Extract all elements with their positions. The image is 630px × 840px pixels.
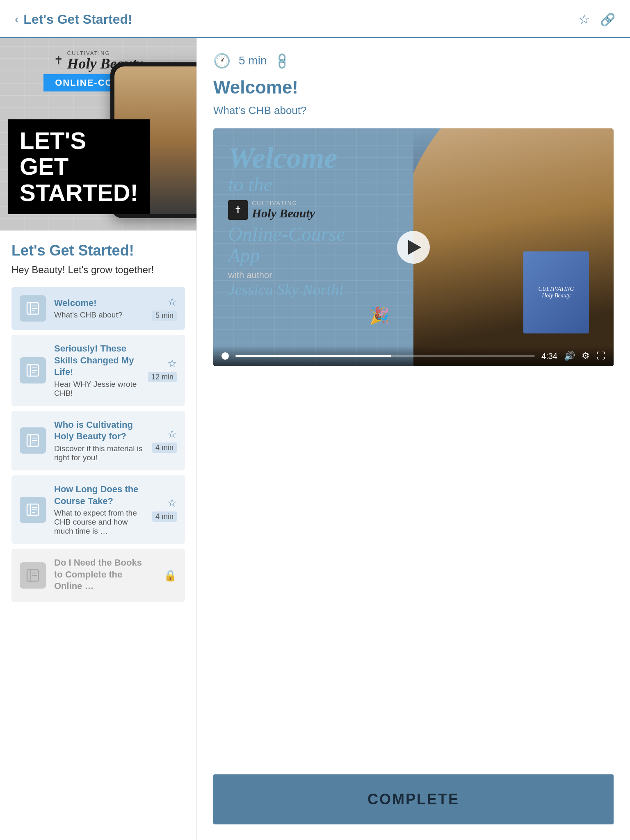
settings-icon[interactable]: ⚙ [582, 351, 590, 361]
list-item[interactable]: Who is Cultivating Holy Beauty for? Disc… [11, 411, 185, 470]
course-banner: ✝ CULTIVATING Holy Beauty ONLINE-COURSE … [0, 38, 196, 231]
lesson-list: Welcome! What's CHB about? ☆ 5 min [11, 287, 185, 607]
header-icons: ☆ 🔗 [578, 11, 615, 27]
video-cultivating-label: CULTIVATING [252, 200, 315, 206]
lesson-meta: ☆ 5 min [152, 297, 177, 321]
lesson-duration: 4 min [152, 443, 177, 453]
speech-line-2: GET [20, 153, 138, 180]
list-item[interactable]: How Long Does the Course Take? What to e… [11, 475, 185, 544]
speech-line-3: STARTED! [20, 180, 138, 206]
book-icon [25, 363, 40, 378]
video-welcome-text: Welcome [228, 143, 345, 173]
left-content: Let's Get Started! Hey Beauty! Let's gro… [0, 231, 196, 607]
video-controls: 4:34 🔊 ⚙ ⛶ [213, 346, 614, 366]
clock-icon: 🕐 [213, 52, 231, 69]
bookmark-star-icon[interactable]: ☆ [167, 429, 177, 439]
video-author-name: Jessica Sky North! [228, 281, 345, 299]
lesson-desc: What to expect from the CHB course and h… [54, 509, 144, 536]
book-icon [25, 433, 40, 448]
header: ‹ Let's Get Started! ☆ 🔗 [0, 0, 630, 38]
book-icon [25, 301, 40, 316]
complete-button[interactable]: COMPLETE [213, 774, 614, 824]
video-book-text: CULTIVATINGHoly Beauty [539, 286, 574, 299]
book-icon [25, 568, 40, 583]
left-column: ✝ CULTIVATING Holy Beauty ONLINE-COURSE … [0, 38, 197, 840]
lesson-duration: 12 min [148, 372, 177, 382]
lesson-icon-box [20, 497, 46, 523]
lesson-info: Who is Cultivating Holy Beauty for? Disc… [54, 419, 144, 462]
lesson-meta: ☆ 4 min [152, 498, 177, 522]
lesson-name: Seriously! These Skills Changed My Life! [54, 343, 140, 378]
lesson-info: How Long Does the Course Take? What to e… [54, 484, 144, 536]
lesson-top-meta: 🕐 5 min 🔗 [213, 52, 614, 69]
video-holy-beauty-script: Holy Beauty [252, 206, 315, 220]
video-to-the-text: to the [228, 173, 345, 196]
lesson-desc: Discover if this material is right for y… [54, 444, 144, 462]
video-with-author-text: with author [228, 270, 345, 281]
lesson-duration: 5 min [152, 310, 177, 321]
lesson-name: Who is Cultivating Holy Beauty for? [54, 419, 144, 443]
banner-cross-icon: ✝ [54, 54, 63, 67]
lesson-duration: 4 min [152, 511, 177, 522]
lesson-desc: Hear WHY Jessie wrote CHB! [54, 380, 140, 398]
page-title: Let's Get Started! [23, 12, 132, 27]
lesson-info: Seriously! These Skills Changed My Life!… [54, 343, 140, 398]
list-item: Do I Need the Books to Complete the Onli… [11, 549, 185, 602]
confetti-decoration: 🎉 [369, 306, 390, 325]
course-title: Let's Get Started! [11, 242, 185, 259]
bookmark-star-icon[interactable]: ☆ [167, 297, 177, 307]
back-button[interactable]: ‹ [15, 13, 18, 26]
lesson-info: Welcome! What's CHB about? [54, 297, 144, 320]
lesson-name: How Long Does the Course Take? [54, 484, 144, 507]
video-logo-icon: ✝ [228, 200, 248, 220]
link-icon[interactable]: 🔗 [272, 51, 292, 71]
lesson-meta: ☆ 12 min [148, 358, 177, 382]
banner-speech-bubble: LET'S GET STARTED! [8, 119, 150, 214]
share-link-icon[interactable]: 🔗 [600, 12, 615, 27]
bookmark-star-icon[interactable]: ☆ [167, 358, 177, 369]
lesson-name: Welcome! [54, 297, 144, 309]
header-left: ‹ Let's Get Started! [15, 12, 132, 27]
main-layout: ✝ CULTIVATING Holy Beauty ONLINE-COURSE … [0, 38, 630, 840]
lesson-icon-box [20, 357, 46, 383]
fullscreen-icon[interactable]: ⛶ [596, 351, 605, 361]
video-logo-row: ✝ CULTIVATING Holy Beauty [228, 200, 345, 220]
volume-icon[interactable]: 🔊 [564, 351, 575, 361]
progress-bar-fill [235, 355, 391, 357]
video-player[interactable]: Welcome to the ✝ CULTIVATING Holy Beauty… [213, 128, 614, 366]
lesson-info: Do I Need the Books to Complete the Onli… [54, 557, 144, 594]
lesson-icon-box [20, 427, 46, 454]
progress-handle[interactable] [221, 352, 229, 360]
right-column: 🕐 5 min 🔗 Welcome! What's CHB about? Wel… [197, 38, 630, 840]
lesson-name: Do I Need the Books to Complete the Onli… [54, 557, 144, 592]
lesson-right-subtitle: What's CHB about? [213, 104, 614, 117]
progress-bar-track[interactable] [235, 355, 535, 357]
bookmark-star-icon[interactable]: ☆ [167, 498, 177, 508]
lock-icon: 🔒 [164, 569, 177, 582]
bookmark-icon[interactable]: ☆ [578, 11, 590, 27]
video-timestamp: 4:34 [541, 352, 557, 361]
play-button[interactable] [397, 231, 430, 264]
video-course-line2: App [228, 245, 345, 267]
lesson-meta: ☆ 4 min [152, 429, 177, 453]
list-item[interactable]: Seriously! These Skills Changed My Life!… [11, 335, 185, 406]
lesson-icon-box [20, 295, 46, 322]
course-subtitle: Hey Beauty! Let's grow together! [11, 264, 185, 276]
lesson-meta: 🔒 [152, 569, 177, 582]
list-item[interactable]: Welcome! What's CHB about? ☆ 5 min [11, 287, 185, 330]
video-book-prop: CULTIVATINGHoly Beauty [523, 251, 589, 333]
video-course-line1: Online-Course [228, 224, 345, 245]
book-icon [25, 502, 40, 517]
speech-line-1: LET'S [20, 128, 138, 154]
lesson-right-title: Welcome! [213, 77, 614, 98]
video-text-overlay: Welcome to the ✝ CULTIVATING Holy Beauty… [228, 143, 345, 299]
lesson-desc: What's CHB about? [54, 310, 144, 320]
lesson-icon-box [20, 562, 46, 589]
duration-text: 5 min [239, 54, 267, 67]
